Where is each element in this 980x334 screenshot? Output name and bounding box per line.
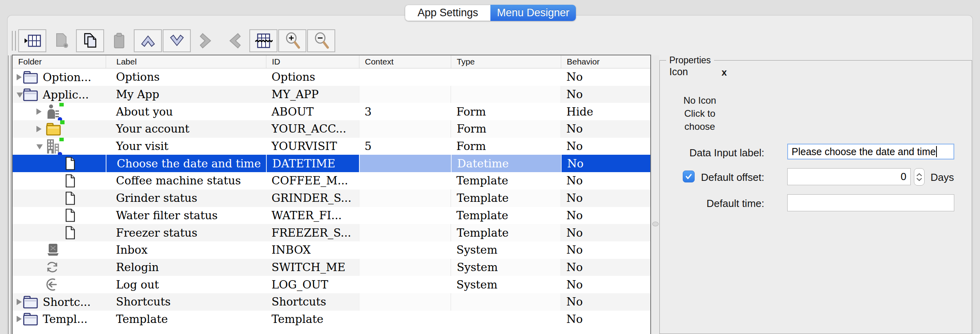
folder-cell: Shortc... bbox=[13, 293, 106, 311]
table-row[interactable]: Your visitYOURVISIT5FormNo bbox=[13, 138, 650, 155]
insert-item-icon bbox=[23, 33, 42, 49]
column-header-type[interactable]: Type bbox=[451, 55, 561, 68]
default-time-label: Default time: bbox=[707, 197, 764, 210]
type-value: Form bbox=[457, 122, 486, 135]
table-row[interactable]: Choose the date and timeDATETIMEDatetime… bbox=[13, 155, 650, 172]
column-header-behavior[interactable]: Behavior bbox=[561, 55, 650, 68]
table-row[interactable]: Templ...TemplateTemplateNo bbox=[13, 311, 650, 328]
label-value: Template bbox=[116, 313, 168, 326]
move-down-button[interactable] bbox=[163, 29, 191, 52]
type-value: System bbox=[456, 278, 498, 291]
context-cell: 5 bbox=[359, 138, 451, 155]
type-cell: System bbox=[451, 276, 561, 293]
copy-button[interactable] bbox=[76, 29, 104, 52]
id-value: Template bbox=[272, 313, 323, 326]
insert-item-button[interactable] bbox=[18, 29, 46, 52]
expand-triangle-icon[interactable] bbox=[36, 108, 42, 115]
page-icon bbox=[65, 174, 76, 188]
id-cell: Shortcuts bbox=[266, 293, 359, 311]
toolbar-drag-handle[interactable] bbox=[12, 31, 16, 51]
tab-menu-designer[interactable]: Menu Designer bbox=[490, 5, 576, 21]
label-cell: About you bbox=[106, 103, 266, 120]
type-value: Template bbox=[457, 192, 509, 205]
table-strike-icon bbox=[254, 32, 273, 49]
expand-triangle-icon[interactable] bbox=[17, 74, 22, 80]
behavior-cell: No bbox=[561, 172, 650, 190]
label-cell: Water filter status bbox=[106, 207, 266, 224]
stepper-down-icon[interactable] bbox=[916, 178, 922, 181]
table-row[interactable]: Freezer statusFREEZER_S...TemplateNo bbox=[13, 224, 650, 241]
label-value: Grinder status bbox=[116, 192, 198, 205]
context-cell bbox=[359, 224, 451, 241]
zoom-out-button[interactable] bbox=[307, 29, 335, 52]
expand-triangle-icon[interactable] bbox=[36, 126, 42, 132]
data-input-field[interactable]: Please choose the date and time bbox=[787, 144, 954, 159]
table-row[interactable]: About youABOUT3FormHide bbox=[13, 103, 650, 120]
type-cell: Template bbox=[451, 224, 561, 241]
table-row[interactable]: Shortc...ShortcutsShortcutsNo bbox=[13, 293, 650, 311]
data-input-label: Data Input label: bbox=[689, 147, 764, 159]
folder-cell bbox=[13, 259, 106, 276]
context-cell bbox=[359, 120, 451, 138]
move-up-button[interactable] bbox=[134, 29, 162, 52]
table-row[interactable]: Log outLOG_OUTSystemNo bbox=[13, 276, 650, 293]
table-row[interactable]: Coffee machine statusCOFFEE_M...Template… bbox=[13, 172, 650, 190]
table-row[interactable]: Grinder statusGRINDER_S...TemplateNo bbox=[13, 190, 650, 207]
icon-remove-button[interactable]: x bbox=[722, 67, 727, 78]
collapse-triangle-icon[interactable] bbox=[36, 144, 43, 149]
table-strike-button[interactable] bbox=[249, 29, 277, 52]
type-cell: Form bbox=[451, 120, 561, 138]
behavior-value: No bbox=[566, 209, 583, 222]
label-cell: Template bbox=[106, 311, 266, 328]
paste-button bbox=[105, 29, 133, 52]
id-value: SWITCH_ME bbox=[272, 261, 346, 274]
expand-triangle-icon[interactable] bbox=[17, 316, 22, 322]
buildings-icon bbox=[45, 139, 61, 154]
stepper-up-icon[interactable] bbox=[916, 173, 922, 176]
id-cell: INBOX bbox=[266, 241, 359, 259]
panel-drag-handle[interactable] bbox=[8, 55, 11, 334]
label-cell: Choose the date and time bbox=[106, 155, 266, 172]
default-offset-checkbox[interactable] bbox=[683, 171, 695, 182]
label-value: Log out bbox=[116, 278, 159, 291]
default-time-field[interactable] bbox=[787, 194, 954, 211]
id-cell: MY_APP bbox=[266, 86, 359, 103]
behavior-value: No bbox=[566, 140, 583, 153]
context-cell bbox=[359, 68, 451, 86]
offset-stepper[interactable] bbox=[914, 168, 925, 186]
icon-chooser[interactable]: No Icon Click to choose bbox=[670, 94, 729, 133]
tab-app-settings[interactable]: App Settings bbox=[405, 5, 490, 21]
folder-yellow-icon bbox=[45, 121, 62, 137]
column-header-folder[interactable]: Folder bbox=[13, 55, 106, 68]
context-cell bbox=[359, 311, 451, 328]
default-offset-field[interactable] bbox=[787, 168, 911, 185]
folder-cell bbox=[13, 276, 106, 293]
behavior-cell: No bbox=[561, 276, 650, 293]
table-row[interactable]: Applic...My AppMY_APPNo bbox=[13, 86, 650, 103]
table-row[interactable]: Option...OptionsOptionsNo bbox=[13, 68, 650, 86]
behavior-value: No bbox=[566, 70, 583, 84]
label-cell: Inbox bbox=[106, 241, 266, 259]
zoom-in-button[interactable] bbox=[278, 29, 306, 52]
table-row[interactable]: Your accountYOUR_ACC...FormNo bbox=[13, 120, 650, 138]
page-icon bbox=[65, 226, 76, 240]
behavior-value: No bbox=[566, 226, 583, 239]
panel-splitter[interactable] bbox=[652, 55, 659, 334]
table-row[interactable]: Water filter statusWATER_FI...TemplateNo bbox=[13, 207, 650, 224]
folder-blue-icon bbox=[22, 70, 39, 85]
laptop-icon bbox=[45, 243, 61, 257]
logout-icon bbox=[45, 277, 59, 292]
column-header-label[interactable]: Label bbox=[106, 55, 266, 68]
label-value: Water filter status bbox=[116, 209, 218, 222]
copy-icon bbox=[82, 32, 99, 49]
folder-cell: Applic... bbox=[13, 86, 106, 103]
type-cell: Template bbox=[451, 190, 561, 207]
column-header-context[interactable]: Context bbox=[359, 55, 451, 68]
column-header-id[interactable]: ID bbox=[266, 55, 359, 68]
expand-triangle-icon[interactable] bbox=[17, 299, 22, 305]
behavior-cell: No bbox=[561, 155, 650, 172]
table-row[interactable]: InboxINBOXSystemNo bbox=[13, 241, 650, 259]
label-value: Coffee machine status bbox=[116, 174, 241, 187]
table-row[interactable]: ReloginSWITCH_MESystemNo bbox=[13, 259, 650, 276]
move-left-icon bbox=[228, 32, 242, 49]
